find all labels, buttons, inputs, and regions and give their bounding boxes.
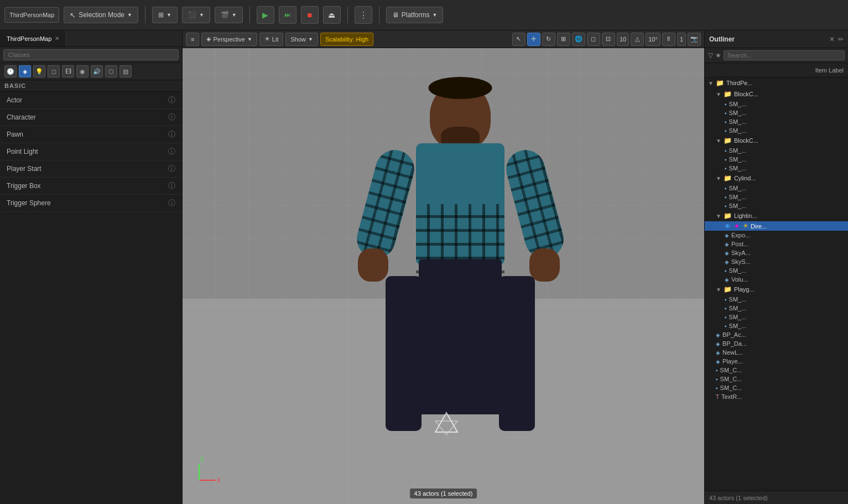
extra-button[interactable]: ⋮: [355, 6, 372, 24]
tree-item-smc1[interactable]: ▪ SM_C...: [705, 366, 848, 375]
tree-item-sm-5[interactable]: ▪ SM_...: [705, 146, 848, 155]
tree-item-smc2[interactable]: ▪ SM_C...: [705, 375, 848, 383]
sm-5-label: SM_...: [729, 147, 747, 154]
volume-icon-btn[interactable]: ⬡: [105, 65, 117, 77]
classes-search-input[interactable]: [3, 49, 179, 60]
tree-item-sm-11[interactable]: ▪ SM_...: [705, 266, 848, 275]
tree-item-sm-3[interactable]: ▪ SM_...: [705, 117, 848, 126]
tree-folder-playg[interactable]: ▼ 📁 Playg...: [705, 284, 848, 295]
list-item-pawn[interactable]: Pawn ⓘ: [0, 126, 182, 143]
tree-item-newl[interactable]: ◈ NewL...: [705, 348, 848, 357]
viewport-canvas[interactable]: X Z 43 actors (1 selected): [183, 48, 704, 504]
camera-btn[interactable]: 📷: [688, 33, 701, 46]
tree-item-sm-14[interactable]: ▪ SM_...: [705, 313, 848, 321]
tree-item-sm-13[interactable]: ▪ SM_...: [705, 304, 848, 313]
play-button[interactable]: ▶: [257, 6, 274, 24]
tree-folder-thirdpe[interactable]: ▼ 📁 ThirdPe...: [705, 77, 848, 89]
perspective-button[interactable]: ◈ Perspective ▼: [201, 33, 257, 46]
outliner-search-input[interactable]: [724, 50, 845, 60]
angle-snap-btn[interactable]: △: [631, 33, 644, 46]
eject-button[interactable]: ⏏: [323, 6, 341, 24]
list-item-trigger-sphere[interactable]: Trigger Sphere ⓘ: [0, 195, 182, 212]
tree-item-skya[interactable]: ◈ SkyA...: [705, 248, 848, 257]
selection-mode-button[interactable]: ↖ Selection Mode ▼: [64, 7, 138, 23]
scalability-badge[interactable]: Scalability: High: [320, 33, 373, 46]
star-icon[interactable]: ★: [734, 222, 740, 230]
basic-icon-btn[interactable]: ◈: [19, 65, 31, 77]
chevron-down-perspective: ▼: [247, 37, 252, 42]
tree-item-smc3[interactable]: ▪ SM_C...: [705, 383, 848, 392]
tree-item-directional[interactable]: 👁 ★ ☀ Dire...: [705, 221, 848, 231]
tree-item-textr[interactable]: T TextR...: [705, 392, 848, 401]
recent-icon-btn[interactable]: 🕐: [4, 65, 17, 77]
tree-folder-blockc2[interactable]: ▼ 📁 BlockC...: [705, 135, 848, 146]
world-grid-btn[interactable]: 🌐: [572, 33, 585, 46]
list-item-actor[interactable]: Actor ⓘ: [0, 92, 182, 109]
tree-item-expo[interactable]: ◈ Expo...: [705, 231, 848, 240]
tab-close-icon[interactable]: ✕: [55, 35, 59, 41]
step-button[interactable]: ⏭: [279, 6, 296, 24]
tree-item-sm-12[interactable]: ▪ SM_...: [705, 295, 848, 304]
cinematic-icon-btn[interactable]: 🎞: [62, 65, 74, 77]
tree-item-sm-2[interactable]: ▪ SM_...: [705, 108, 848, 117]
tree-item-post[interactable]: ◈ Post...: [705, 240, 848, 248]
tree-folder-lighting[interactable]: ▼ 📁 Lightin...: [705, 210, 848, 221]
trigger-box-info-icon[interactable]: ⓘ: [168, 181, 175, 191]
tree-item-sm-9[interactable]: ▪ SM_...: [705, 193, 848, 201]
tree-folder-cylind[interactable]: ▼ 📁 Cylind...: [705, 173, 848, 184]
tab-third-person-map[interactable]: ThirdPersonMap ✕: [0, 30, 66, 46]
tree-item-playe[interactable]: ◈ Playe...: [705, 357, 848, 366]
surface-snap-btn[interactable]: ◻: [587, 33, 600, 46]
all-classes-icon-btn[interactable]: ▤: [119, 65, 132, 77]
trigger-sphere-info-icon[interactable]: ⓘ: [168, 198, 175, 208]
list-item-character[interactable]: Character ⓘ: [0, 109, 182, 126]
character-info-icon[interactable]: ⓘ: [168, 112, 175, 122]
outliner-edit-icon[interactable]: ✏: [838, 35, 844, 43]
stop-button[interactable]: ■: [301, 6, 319, 24]
show-button[interactable]: Show ▼: [285, 33, 318, 46]
player-start-info-icon[interactable]: ⓘ: [168, 164, 175, 174]
tree-item-sm-10[interactable]: ▪ SM_...: [705, 201, 848, 210]
tree-item-volu[interactable]: ◈ Volu...: [705, 275, 848, 284]
grid-tool-button[interactable]: ⬛ ▼: [182, 7, 210, 23]
svg-marker-5: [435, 421, 457, 435]
tree-item-bpac[interactable]: ◈ BP_Ac...: [705, 330, 848, 339]
list-item-point-light[interactable]: Point Light ⓘ: [0, 143, 182, 160]
star-filter-icon[interactable]: ★: [715, 51, 721, 59]
tree-item-sm-4[interactable]: ▪ SM_...: [705, 126, 848, 135]
translate-tool-btn[interactable]: ✛: [527, 33, 540, 46]
viewport-menu-button[interactable]: ≡: [186, 33, 199, 46]
rotate-tool-btn[interactable]: ↻: [542, 33, 555, 46]
light-icon-btn[interactable]: 💡: [33, 65, 45, 77]
shape-icon-btn[interactable]: ◻: [48, 65, 60, 77]
tree-item-bpda[interactable]: ◈ BP_Da...: [705, 339, 848, 348]
select-tool-btn[interactable]: ↖: [512, 33, 526, 46]
char-hand-left: [358, 248, 388, 282]
tree-folder-blockc1[interactable]: ▼ 📁 BlockC...: [705, 89, 848, 100]
scale-tool-btn[interactable]: ⊞: [557, 33, 570, 46]
tree-item-sm-8[interactable]: ▪ SM_...: [705, 184, 848, 193]
visual-icon-btn[interactable]: ◉: [76, 65, 89, 77]
point-light-info-icon[interactable]: ⓘ: [168, 147, 175, 157]
grid-snap-btn[interactable]: ⊡: [602, 33, 615, 46]
scale-snap-btn[interactable]: ⥣: [662, 33, 675, 46]
list-item-player-start[interactable]: Player Start ⓘ: [0, 160, 182, 178]
class-list: Actor ⓘ Character ⓘ Pawn ⓘ Point Light ⓘ…: [0, 92, 182, 504]
character-display: [294, 48, 626, 504]
platforms-button[interactable]: 🖥 Platforms ▼: [386, 7, 444, 23]
tree-item-sm-1[interactable]: ▪ SM_...: [705, 100, 848, 108]
list-item-trigger-box[interactable]: Trigger Box ⓘ: [0, 178, 182, 195]
actor-info-icon[interactable]: ⓘ: [168, 95, 175, 105]
filter-icon[interactable]: ▽: [708, 51, 713, 59]
tree-item-sm-15[interactable]: ▪ SM_...: [705, 321, 848, 330]
lit-button[interactable]: ☀ Lit: [259, 33, 284, 46]
sound-icon-btn[interactable]: 🔊: [91, 65, 103, 77]
tree-item-sm-7[interactable]: ▪ SM_...: [705, 164, 848, 173]
tree-item-sm-6[interactable]: ▪ SM_...: [705, 155, 848, 164]
snap-tool-button[interactable]: ⊞ ▼: [152, 7, 178, 23]
eye-visible-icon[interactable]: 👁: [725, 223, 731, 230]
outliner-close-icon[interactable]: ✕: [829, 35, 835, 43]
cinema-tool-button[interactable]: 🎬 ▼: [215, 7, 243, 23]
pawn-info-icon[interactable]: ⓘ: [168, 129, 175, 139]
tree-item-skys[interactable]: ◈ SkyS...: [705, 257, 848, 266]
